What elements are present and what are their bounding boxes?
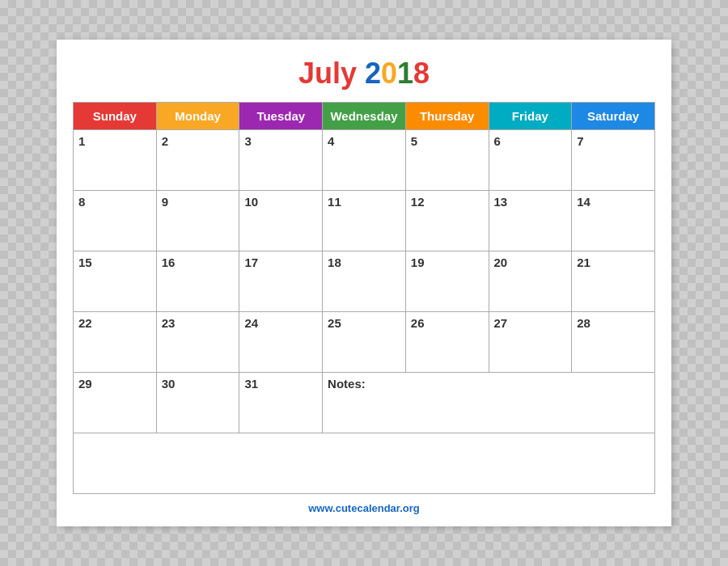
header-saturday: Saturday — [572, 103, 655, 130]
calendar-row-5: 29 30 31 Notes: — [74, 373, 655, 433]
day-9: 9 — [156, 191, 239, 251]
day-30: 30 — [156, 373, 239, 433]
day-8: 8 — [74, 191, 157, 251]
day-31: 31 — [239, 373, 323, 433]
day-19: 19 — [405, 251, 489, 312]
calendar-row-4: 22 23 24 25 26 27 28 — [74, 312, 655, 373]
header-sunday: Sunday — [74, 103, 157, 130]
day-4: 4 — [323, 130, 406, 191]
day-24: 24 — [239, 312, 323, 373]
day-23: 23 — [156, 312, 239, 373]
day-14: 14 — [572, 191, 655, 251]
day-2: 2 — [156, 130, 239, 191]
calendar-row-1: 1 2 3 4 5 6 7 — [74, 130, 655, 191]
calendar-row-3: 15 16 17 18 19 20 21 — [74, 251, 655, 312]
day-3: 3 — [239, 130, 323, 191]
calendar-row-2: 8 9 10 11 12 13 14 — [74, 191, 655, 251]
notes-area-row — [74, 433, 655, 494]
title-year-1: 1 — [397, 57, 413, 90]
calendar-header-row: Sunday Monday Tuesday Wednesday Thursday… — [74, 103, 655, 130]
title-year-0: 0 — [381, 57, 397, 90]
header-wednesday: Wednesday — [323, 103, 406, 130]
header-tuesday: Tuesday — [239, 103, 323, 130]
day-1: 1 — [74, 130, 157, 191]
calendar-container: July 2018 Sunday Monday Tuesday Wednesda… — [57, 40, 671, 526]
day-29: 29 — [74, 373, 157, 433]
day-25: 25 — [323, 312, 406, 373]
title-year-2: 2 — [365, 57, 381, 90]
day-28: 28 — [572, 312, 655, 373]
day-21: 21 — [572, 251, 655, 312]
title-year-8: 8 — [413, 57, 430, 90]
notes-label: Notes: — [323, 373, 655, 433]
day-6: 6 — [489, 130, 572, 191]
day-22: 22 — [74, 312, 157, 373]
day-15: 15 — [74, 251, 157, 312]
day-10: 10 — [239, 191, 323, 251]
calendar-table: Sunday Monday Tuesday Wednesday Thursday… — [73, 102, 655, 494]
day-5: 5 — [405, 130, 489, 191]
day-12: 12 — [405, 191, 489, 251]
website-link[interactable]: www.cutecalendar.org — [73, 502, 655, 514]
notes-area[interactable] — [74, 433, 655, 494]
day-16: 16 — [156, 251, 239, 312]
day-27: 27 — [489, 312, 572, 373]
day-17: 17 — [239, 251, 323, 312]
title-july: July — [298, 57, 357, 90]
website-url[interactable]: www.cutecalendar.org — [308, 502, 420, 514]
day-13: 13 — [489, 191, 572, 251]
header-friday: Friday — [489, 103, 572, 130]
header-thursday: Thursday — [405, 103, 489, 130]
day-11: 11 — [323, 191, 406, 251]
day-7: 7 — [572, 130, 655, 191]
day-18: 18 — [323, 251, 406, 312]
calendar-title: July 2018 — [73, 56, 655, 91]
day-20: 20 — [489, 251, 572, 312]
day-26: 26 — [405, 312, 489, 373]
header-monday: Monday — [156, 103, 239, 130]
